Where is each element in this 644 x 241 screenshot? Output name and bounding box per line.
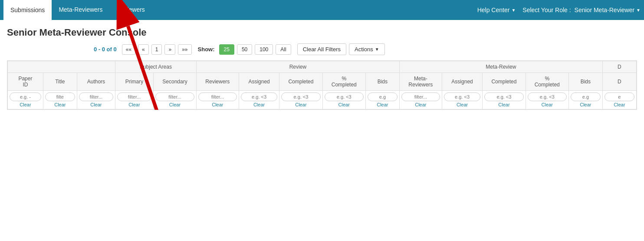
col-meta-pct-completed: %Completed xyxy=(526,73,568,91)
page-count: 0 - 0 of 0 xyxy=(94,46,117,53)
pagination-bar: 0 - 0 of 0 «« « 1 » »» Show: 25 50 100 A… xyxy=(7,43,637,55)
page-content: Senior Meta-Reviewer Console 0 - 0 of 0 … xyxy=(0,20,644,110)
filter-meta-bids: Clear xyxy=(568,91,602,109)
filter-review-bids-clear[interactable]: Clear xyxy=(368,102,398,107)
filter-primary-input[interactable] xyxy=(117,92,151,101)
clear-all-filters-button[interactable]: Clear All Filters xyxy=(297,43,346,55)
first-page-button[interactable]: «« xyxy=(122,44,135,55)
filter-meta-completed: Clear xyxy=(483,91,526,109)
filter-meta-reviewers: Clear xyxy=(399,91,442,109)
group-subject-areas: Subject Areas xyxy=(115,61,196,73)
filter-review-completed-clear[interactable]: Clear xyxy=(281,102,320,107)
nav-tab-reviewers[interactable]: Reviewers xyxy=(110,0,152,20)
filter-title-input[interactable] xyxy=(45,92,75,101)
col-primary: Primary xyxy=(115,73,153,91)
col-meta-completed: Completed xyxy=(483,73,526,91)
filter-meta-bids-clear[interactable]: Clear xyxy=(571,102,601,107)
show-50-button[interactable]: 50 xyxy=(237,44,252,55)
filter-meta-completed-clear[interactable]: Clear xyxy=(484,102,523,107)
filter-review-completed: Clear xyxy=(279,91,322,109)
filter-secondary-clear[interactable]: Clear xyxy=(155,102,194,107)
col-paper-id: PaperID xyxy=(8,73,43,91)
next-page-button[interactable]: » xyxy=(164,44,175,55)
navbar: Submissions Meta-Reviewers Reviewers Hel… xyxy=(0,0,644,20)
filter-d-clear[interactable]: Clear xyxy=(605,102,634,107)
show-100-button[interactable]: 100 xyxy=(255,44,273,55)
filter-reviewers: Clear xyxy=(196,91,239,109)
role-label: Select Your Role : xyxy=(522,7,572,13)
select-role-button[interactable]: Senior Meta-Reviewer xyxy=(575,7,641,13)
filter-d-input[interactable] xyxy=(605,92,634,101)
actions-button[interactable]: Actions xyxy=(349,43,385,55)
filter-authors-clear[interactable]: Clear xyxy=(79,102,113,107)
filter-primary-clear[interactable]: Clear xyxy=(117,102,151,107)
nav-tab-submissions[interactable]: Submissions xyxy=(3,0,52,20)
col-meta-bids: Bids xyxy=(568,73,602,91)
filter-paper-id: Clear xyxy=(8,91,43,109)
col-reviewers: Reviewers xyxy=(196,73,239,91)
group-header-row: Subject Areas Review Meta-Review D xyxy=(8,61,637,73)
col-meta-reviewers: Meta-Reviewers xyxy=(399,73,442,91)
filter-meta-assigned-clear[interactable]: Clear xyxy=(444,102,480,107)
table-wrapper: Subject Areas Review Meta-Review D Paper… xyxy=(7,60,637,110)
col-header-row: PaperID Title Authors Primary Secondary … xyxy=(8,73,637,91)
filter-review-assigned: Clear xyxy=(239,91,279,109)
filter-review-pct: Clear xyxy=(322,91,365,109)
show-25-button[interactable]: 25 xyxy=(219,44,234,55)
filter-meta-reviewers-input[interactable] xyxy=(401,92,440,101)
col-review-bids: Bids xyxy=(365,73,399,91)
filter-review-pct-input[interactable] xyxy=(325,92,364,101)
filter-title: Clear xyxy=(43,91,77,109)
submissions-table: Subject Areas Review Meta-Review D Paper… xyxy=(7,61,637,109)
show-label: Show: xyxy=(198,46,215,53)
filter-review-completed-input[interactable] xyxy=(281,92,320,101)
filter-secondary-input[interactable] xyxy=(155,92,194,101)
page-title: Senior Meta-Reviewer Console xyxy=(7,27,637,38)
filter-meta-pct-input[interactable] xyxy=(528,92,567,101)
col-title: Title xyxy=(43,73,77,91)
filter-meta-completed-input[interactable] xyxy=(484,92,523,101)
filter-reviewers-input[interactable] xyxy=(198,92,237,101)
filter-meta-assigned-input[interactable] xyxy=(444,92,480,101)
col-review-pct-completed: %Completed xyxy=(322,73,365,91)
filter-paper-id-input[interactable] xyxy=(10,92,41,101)
col-review-assigned: Assigned xyxy=(239,73,279,91)
col-authors: Authors xyxy=(77,73,115,91)
filter-authors: Clear xyxy=(77,91,115,109)
filter-meta-assigned: Clear xyxy=(442,91,482,109)
filter-review-bids: Clear xyxy=(365,91,399,109)
group-paper-empty xyxy=(8,61,115,73)
filter-meta-reviewers-clear[interactable]: Clear xyxy=(401,102,440,107)
filter-row: Clear Clear Clear Clear xyxy=(8,91,637,109)
nav-tab-meta-reviewers[interactable]: Meta-Reviewers xyxy=(52,0,109,20)
filter-meta-bids-input[interactable] xyxy=(571,92,601,101)
col-d: D xyxy=(602,73,636,91)
filter-review-pct-clear[interactable]: Clear xyxy=(325,102,364,107)
filter-primary: Clear xyxy=(115,91,153,109)
filter-meta-pct: Clear xyxy=(526,91,568,109)
show-all-button[interactable]: All xyxy=(276,44,291,55)
filter-d: Clear xyxy=(602,91,636,109)
col-secondary: Secondary xyxy=(154,73,197,91)
filter-review-bids-input[interactable] xyxy=(368,92,398,101)
help-center-button[interactable]: Help Center xyxy=(472,7,521,13)
last-page-button[interactable]: »» xyxy=(178,44,191,55)
filter-paper-id-clear[interactable]: Clear xyxy=(10,102,41,107)
col-review-completed: Completed xyxy=(279,73,322,91)
col-meta-assigned: Assigned xyxy=(442,73,482,91)
prev-page-button[interactable]: « xyxy=(138,44,149,55)
page-1-button[interactable]: 1 xyxy=(151,44,162,55)
nav-right: Help Center Select Your Role : Senior Me… xyxy=(472,0,641,20)
group-review: Review xyxy=(196,61,399,73)
filter-title-clear[interactable]: Clear xyxy=(45,102,75,107)
filter-reviewers-clear[interactable]: Clear xyxy=(198,102,237,107)
group-meta-review: Meta-Review xyxy=(399,61,602,73)
group-d: D xyxy=(602,61,636,73)
filter-review-assigned-input[interactable] xyxy=(241,92,277,101)
filter-authors-input[interactable] xyxy=(79,92,113,101)
filter-secondary: Clear xyxy=(154,91,197,109)
filter-meta-pct-clear[interactable]: Clear xyxy=(528,102,567,107)
filter-review-assigned-clear[interactable]: Clear xyxy=(241,102,277,107)
